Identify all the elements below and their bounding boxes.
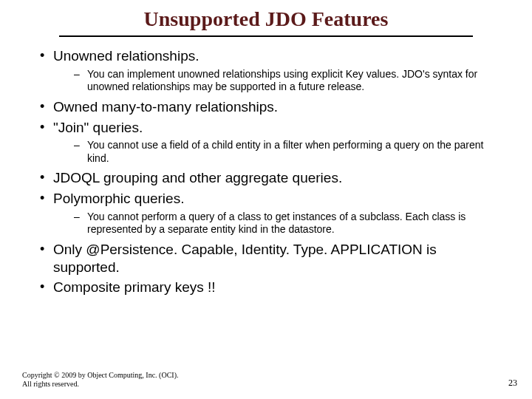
list-item: Only @Persistence. Capable, Identity. Ty… (37, 241, 502, 276)
sub-list-item: You can implement unowned relationships … (74, 68, 502, 94)
list-item: Polymorphic queries. You cannot perform … (37, 190, 502, 236)
copyright: Copyright © 2009 by Object Computing, In… (22, 371, 178, 389)
bullet-text: Composite primary keys !! (53, 279, 216, 295)
page-number: 23 (508, 378, 517, 389)
bullet-text: JDOQL grouping and other aggregate queri… (53, 170, 342, 185)
sub-list: You can implement unowned relationships … (53, 68, 502, 94)
bullet-text: Polymorphic queries. (53, 191, 184, 206)
sub-list-item: You cannot perform a query of a class to… (74, 211, 502, 236)
sub-list-item: You cannot use a field of a child entity… (74, 139, 502, 165)
slide-title: Unsupported JDO Features (59, 7, 473, 37)
bullet-list: Unowned relationships. You can implement… (37, 47, 502, 296)
slide: Unsupported JDO Features Unowned relatio… (0, 0, 532, 399)
list-item: JDOQL grouping and other aggregate queri… (37, 169, 502, 187)
bullet-text: Only @Persistence. Capable, Identity. Ty… (53, 242, 437, 275)
list-item: Owned many-to-many relationships. (37, 98, 502, 116)
slide-footer: Copyright © 2009 by Object Computing, In… (22, 371, 517, 389)
copyright-line: All rights reserved. (22, 380, 178, 389)
list-item: Unowned relationships. You can implement… (37, 47, 502, 94)
sub-list: You cannot perform a query of a class to… (53, 211, 502, 236)
sub-list: You cannot use a field of a child entity… (53, 139, 502, 165)
copyright-line: Copyright © 2009 by Object Computing, In… (22, 371, 178, 380)
bullet-text: "Join" queries. (53, 120, 143, 135)
list-item: Composite primary keys !! (37, 279, 502, 296)
slide-content: Unowned relationships. You can implement… (22, 47, 510, 296)
bullet-text: Owned many-to-many relationships. (53, 99, 278, 115)
bullet-text: Unowned relationships. (53, 48, 200, 64)
list-item: "Join" queries. You cannot use a field o… (37, 119, 502, 166)
